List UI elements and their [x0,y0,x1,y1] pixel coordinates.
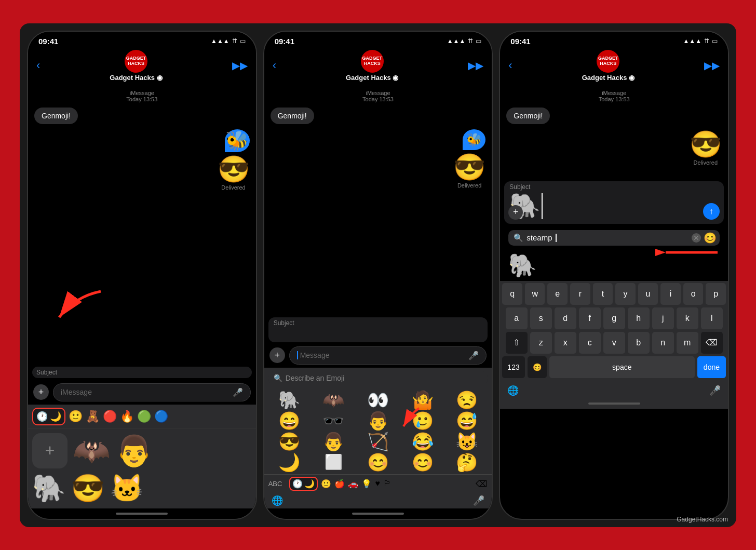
emoji-r1c2[interactable]: 🦇 [312,391,355,410]
key-r[interactable]: r [570,283,590,305]
key-emoji-kb[interactable]: 😊 [528,356,547,378]
key-t[interactable]: t [593,283,613,305]
emoji-r4c1[interactable]: 🌙 [267,452,311,472]
emoji-r4c3[interactable]: 😊 [356,452,400,472]
video-button-3[interactable]: ▶▶ [704,59,720,72]
abc-btn-2[interactable]: ABC [268,480,282,488]
key-123[interactable]: 123 [502,356,524,378]
key-w[interactable]: w [525,283,545,305]
message-input-1[interactable]: iMessage 🎤 [53,383,251,401]
emoji-r4c2[interactable]: ⬜ [312,452,355,472]
send-button-3[interactable]: ↑ [703,203,720,220]
message-input-2[interactable]: Message 🎤 [289,346,487,365]
emoji-search-bar-2[interactable]: 🔍 Describe an Emoji [268,371,488,385]
back-button-2[interactable]: ‹ [273,59,276,72]
emoji-r1c3[interactable]: 👀 [356,391,400,410]
flag-btn-2[interactable]: 🏳 [383,479,392,488]
globe-btn-2[interactable]: 🌐 [272,495,283,506]
emoji-r2c1[interactable]: 😄 [267,411,311,431]
key-h[interactable]: h [628,307,650,329]
clear-search-btn-3[interactable]: ✕ [692,233,701,243]
key-j[interactable]: j [652,307,674,329]
emoji-r2c3[interactable]: 👨 [356,411,400,431]
key-n[interactable]: n [652,332,674,354]
key-i[interactable]: i [660,283,681,305]
video-button-1[interactable]: ▶▶ [232,59,248,72]
globe-btn-3[interactable]: 🌐 [507,385,519,396]
plus-button-1[interactable]: + [33,384,49,400]
mic-icon-2[interactable]: 🎤 [468,351,479,360]
smiley-btn-2[interactable]: 🙂 [321,479,331,489]
emoji-r3c2[interactable]: 👨 [312,432,355,451]
back-button-1[interactable]: ‹ [36,59,40,72]
key-d[interactable]: d [555,307,576,329]
key-g[interactable]: g [603,307,625,329]
key-o[interactable]: o [683,283,704,305]
recent-tab-1[interactable]: 🕐 [36,411,48,422]
key-p[interactable]: p [706,283,726,305]
elephant-result-3[interactable]: 🐘 [508,252,537,278]
emoji-r2c4[interactable]: 🥲 [401,411,444,431]
clock-btn-2[interactable]: 🕐 [292,479,303,489]
emoji-search-btn-3[interactable]: 😊 [704,232,717,244]
mic-btn-2[interactable]: 🎤 [473,495,484,506]
key-a[interactable]: a [506,307,528,329]
emoji-r1c5[interactable]: 😒 [446,391,489,410]
key-q[interactable]: q [502,283,522,305]
key-u[interactable]: u [638,283,658,305]
key-v[interactable]: v [603,332,625,354]
delete-btn-2[interactable]: ⌫ [476,479,488,489]
sticker2-tab[interactable]: 🔴 [103,410,117,423]
emoji-r1c1[interactable]: 🐘 [267,391,311,410]
emoji-r4c5[interactable]: 🤔 [446,452,489,472]
key-e[interactable]: e [547,283,568,305]
sticker1-tab[interactable]: 🧸 [86,410,100,423]
back-button-3[interactable]: ‹ [508,59,512,72]
video-button-2[interactable]: ▶▶ [468,59,483,72]
night-tab-1[interactable]: 🌙 [50,411,61,422]
key-z[interactable]: z [530,332,552,354]
person-sticker[interactable]: 👨 [115,433,153,468]
add-btn-3[interactable]: + [508,205,523,220]
smiley-tab-1[interactable]: 🙂 [69,410,83,423]
emoji-r3c3[interactable]: 🏹 [356,432,400,451]
key-l[interactable]: l [701,307,723,329]
key-shift[interactable]: ⇧ [506,332,528,354]
key-x[interactable]: x [555,332,576,354]
key-b[interactable]: b [628,332,650,354]
sticker5-tab[interactable]: 🔵 [154,410,168,423]
plus-button-2[interactable]: + [269,347,285,363]
add-sticker-btn[interactable]: + [32,433,68,468]
emoji-r3c1[interactable]: 😎 [267,432,311,451]
bat-sticker[interactable]: 🦇 [73,433,110,468]
key-c[interactable]: c [579,332,601,354]
emoji-r4c4[interactable]: 😊 [401,452,444,472]
moon-btn-2[interactable]: 🌙 [304,479,315,489]
key-done[interactable]: done [697,356,726,378]
key-k[interactable]: k [677,307,698,329]
key-f[interactable]: f [579,307,601,329]
bulb-btn-2[interactable]: 💡 [361,479,372,489]
key-y[interactable]: y [615,283,636,305]
cat-sticker[interactable]: 🐱 [110,473,144,504]
heart-btn-2[interactable]: ♥ [375,479,380,488]
key-m[interactable]: m [677,332,698,354]
sticker3-tab[interactable]: 🔥 [120,410,134,423]
key-s[interactable]: s [530,307,552,329]
key-space[interactable]: space [549,356,695,378]
emoji-r2c5[interactable]: 😅 [446,411,489,431]
elephant-sticker[interactable]: 🐘 [32,473,66,504]
glasses-emoji-2: 😎 [453,152,485,182]
apple-btn-2[interactable]: 🍎 [334,479,345,489]
sticker4-tab[interactable]: 🟢 [137,410,151,423]
mic-icon-1[interactable]: 🎤 [233,387,243,397]
key-backspace[interactable]: ⌫ [701,332,723,354]
emoji-r3c4[interactable]: 😂 [401,432,444,451]
glasses-sticker[interactable]: 😎 [71,473,105,504]
mic-btn-3[interactable]: 🎤 [709,385,721,396]
search-input-3[interactable]: 🔍 steamp ✕ 😊 [508,230,720,246]
car-btn-2[interactable]: 🚗 [348,479,358,489]
emoji-r2c2[interactable]: 🕶️ [312,411,355,431]
emoji-r3c5[interactable]: 😺 [446,432,489,451]
search-placeholder-2: Describe an Emoji [286,374,345,382]
